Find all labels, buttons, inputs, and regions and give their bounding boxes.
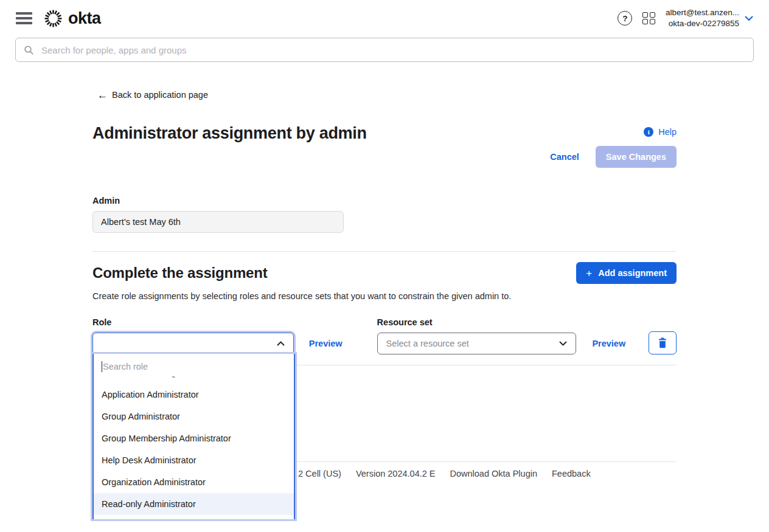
help-link[interactable]: i Help (644, 127, 677, 137)
okta-sunburst-icon (44, 9, 63, 28)
role-option[interactable]: Help Desk Administrator (94, 449, 294, 471)
page-title: Administrator assignment by admin (92, 123, 367, 143)
role-search-placeholder: Search role (103, 362, 148, 371)
role-preview-link[interactable]: Preview (309, 339, 343, 348)
resource-set-field-label: Resource set (377, 317, 577, 328)
add-assignment-button[interactable]: + Add assignment (576, 262, 677, 284)
chevron-down-icon (745, 16, 753, 21)
footer-version: Version 2024.04.2 E (356, 469, 436, 478)
footer-cell-info: 2 Cell (US) (298, 469, 341, 478)
admin-input[interactable] (92, 211, 344, 233)
assignment-heading: Complete the assignment (92, 264, 267, 282)
chevron-down-icon (559, 341, 567, 346)
resource-set-placeholder: Select a resource set (386, 339, 469, 348)
top-bar: okta ? albert@test.anzen... okta-dev-022… (0, 0, 769, 36)
section-divider (92, 251, 677, 252)
help-link-label: Help (658, 127, 677, 137)
download-okta-plugin-link[interactable]: Download Okta Plugin (450, 469, 537, 478)
delete-assignment-button[interactable] (649, 331, 677, 354)
role-option[interactable]: Group Membership Administrator (94, 427, 294, 449)
text-caret (102, 361, 102, 372)
info-icon: i (644, 127, 653, 137)
resource-set-select[interactable]: Select a resource set (377, 333, 577, 354)
assignment-description: Create role assignments by selecting rol… (92, 291, 677, 302)
role-field-label: Role (92, 317, 294, 328)
add-assignment-label: Add assignment (598, 268, 667, 278)
help-circle-icon[interactable]: ? (618, 11, 632, 26)
role-option[interactable]: Application Administrator (94, 384, 294, 406)
role-search-input[interactable]: Search role (94, 354, 294, 375)
trash-icon (658, 337, 667, 348)
admin-field-label: Admin (92, 196, 677, 206)
account-org: okta-dev-02279855 (669, 18, 739, 29)
role-dropdown-panel: Search role ~ Application Administrator … (92, 354, 295, 519)
search-input[interactable] (40, 44, 745, 56)
role-option[interactable]: Organization Administrator (94, 471, 294, 493)
save-changes-button[interactable]: Save Changes (596, 146, 677, 168)
account-menu[interactable]: albert@test.anzen... okta-dev-02279855 (666, 7, 753, 29)
role-option[interactable]: Group Administrator (94, 406, 294, 427)
back-link-label: Back to application page (112, 90, 208, 100)
back-link[interactable]: ← Back to application page (92, 89, 208, 101)
plus-icon: + (586, 268, 592, 278)
scrolled-option-fragment: ~ (94, 375, 294, 384)
hamburger-menu-icon[interactable] (16, 11, 32, 26)
cancel-button[interactable]: Cancel (550, 152, 579, 162)
account-email: albert@test.anzen... (666, 7, 739, 18)
assignment-row: Role Search role ~ Application Administr… (92, 317, 677, 354)
search-icon (24, 45, 34, 55)
okta-logo[interactable]: okta (44, 9, 101, 28)
global-search-bar (15, 38, 754, 62)
chevron-up-icon (277, 341, 285, 346)
okta-wordmark: okta (68, 9, 101, 28)
back-arrow-icon: ← (97, 90, 108, 100)
feedback-link[interactable]: Feedback (552, 469, 591, 478)
resource-preview-link[interactable]: Preview (592, 339, 625, 348)
role-combobox[interactable] (92, 333, 294, 354)
apps-grid-icon[interactable] (642, 12, 655, 25)
role-option-highlighted[interactable]: Read-only Administrator (94, 493, 294, 515)
